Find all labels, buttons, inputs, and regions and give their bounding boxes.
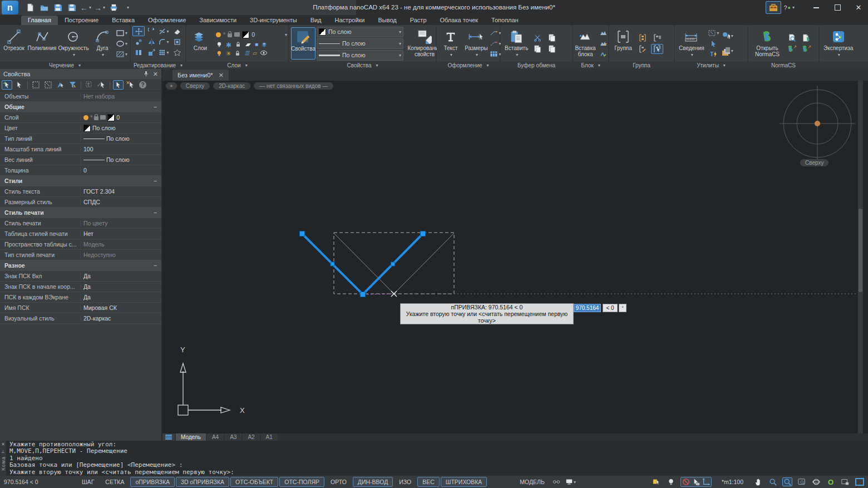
- layout-tab-A3[interactable]: A3: [225, 433, 241, 441]
- layer-freeze-button[interactable]: ✱: [226, 41, 231, 49]
- prop-Имя ПСК[interactable]: Имя ПСКМировая СК: [0, 303, 161, 313]
- stretch-button[interactable]: [132, 47, 145, 57]
- viewport-control-0[interactable]: +: [166, 82, 177, 90]
- layer-unlock-button[interactable]: [234, 50, 241, 58]
- table-button[interactable]: ▾: [490, 49, 502, 59]
- layer-isolate-button[interactable]: [260, 50, 267, 58]
- quick-select-prop-button[interactable]: [84, 80, 95, 90]
- prop-Размерный стиль[interactable]: Размерный стильСПДС: [0, 197, 161, 208]
- tab-Облака точек[interactable]: Облака точек: [433, 16, 485, 25]
- invert-selection-button[interactable]: [55, 80, 66, 90]
- vertical-scrollbar[interactable]: [858, 81, 863, 433]
- group-label-utilities[interactable]: Утилиты▾: [675, 62, 747, 69]
- toggle-3D оПРИВЯЗКА[interactable]: 3D оПРИВЯЗКА: [176, 477, 229, 487]
- prop-Стиль текста[interactable]: Стиль текстаГОСТ 2.304: [0, 186, 161, 197]
- copy-clip-button[interactable]: [531, 44, 544, 54]
- tab-Вид[interactable]: Вид: [304, 16, 328, 25]
- viewport-control-3[interactable]: — нет связанных видов —: [254, 82, 333, 90]
- section-Общие[interactable]: Общие−: [0, 102, 161, 112]
- layer-lock-button[interactable]: [235, 41, 241, 49]
- edit-block-button[interactable]: [597, 38, 609, 48]
- group-button[interactable]: Группа: [611, 27, 635, 60]
- group-label-annotate[interactable]: Оформление▾: [437, 62, 500, 69]
- prop-Слой[interactable]: Слой*0: [0, 112, 161, 123]
- toggle-ОРТО[interactable]: ОРТО: [326, 477, 352, 487]
- layers-button[interactable]: Слои: [188, 27, 213, 60]
- tab-Растр[interactable]: Растр: [403, 16, 433, 25]
- layer-match-button[interactable]: [262, 41, 268, 49]
- draw-order-button[interactable]: ▾: [721, 44, 733, 58]
- prop-Знак ПСК Вкл[interactable]: Знак ПСК ВклДа: [0, 271, 161, 282]
- select-crossing-button[interactable]: [43, 80, 53, 90]
- layer-plane-button[interactable]: [245, 41, 251, 49]
- prop-Объекты[interactable]: ОбъектыНет набора: [0, 91, 161, 102]
- toggle-ОТС-ОБЪЕКТ[interactable]: ОТС-ОБЪЕКТ: [230, 477, 278, 487]
- copy-with-link-button[interactable]: [546, 33, 558, 43]
- new-file-button[interactable]: [25, 3, 35, 13]
- offset-button[interactable]: [171, 37, 183, 47]
- prop-Вес линий[interactable]: Вес линийПо слою: [0, 155, 161, 165]
- normacs-link-button[interactable]: ↗: [800, 44, 812, 54]
- select-object-button[interactable]: [14, 80, 24, 90]
- select-group-button[interactable]: [651, 44, 663, 54]
- command-history[interactable]: Укажите противоположный угол:M,MOVE,П,ПЕ…: [6, 441, 868, 476]
- layer-select-dropdown[interactable]: * 0 ▾: [214, 29, 289, 40]
- prop-ПСК в каждом ВЭкране[interactable]: ПСК в каждом ВЭкранеДа: [0, 292, 161, 303]
- toggle-ИЗО[interactable]: ИЗО: [394, 477, 416, 487]
- multileader-button[interactable]: ▾: [490, 38, 502, 48]
- properties-panel-button[interactable]: Свойства: [291, 27, 315, 60]
- help-icon[interactable]: ?●▾: [783, 4, 795, 11]
- expertise-button[interactable]: Экспертиза▾: [821, 27, 855, 60]
- cut-button[interactable]: [531, 33, 544, 43]
- prop-Визуальный стиль[interactable]: Визуальный стиль2D-каркас: [0, 313, 161, 324]
- close-command-icon[interactable]: ✕: [1, 442, 5, 447]
- clear-selection-button[interactable]: ✕: [125, 80, 136, 90]
- tab-Построение[interactable]: Построение: [58, 16, 105, 25]
- tab-Главная[interactable]: Главная: [21, 16, 58, 25]
- line-button[interactable]: Отрезок: [2, 27, 26, 60]
- dimensions-button[interactable]: Размеры▾: [464, 27, 489, 60]
- group-label-draw[interactable]: Черчение▾: [0, 62, 130, 69]
- toggle-ШАГ[interactable]: ШАГ: [77, 477, 99, 487]
- ellipse-tool-button[interactable]: ▾: [116, 38, 128, 48]
- toolbox-icon[interactable]: [766, 1, 781, 14]
- viewport-control-1[interactable]: Сверху: [180, 82, 210, 90]
- select-similar-button[interactable]: ▾: [721, 29, 733, 43]
- normacs-check-button[interactable]: ↗: [786, 44, 798, 54]
- apply-selection-button[interactable]: ✓: [96, 80, 107, 90]
- layout-tab-A4[interactable]: A4: [207, 433, 224, 441]
- toggle-ШТРИХОВКА[interactable]: ШТРИХОВКА: [441, 477, 487, 487]
- select-window-button[interactable]: ▾: [708, 28, 720, 38]
- pan-icon[interactable]: [753, 477, 763, 486]
- normacs-search-button[interactable]: [786, 33, 798, 43]
- prop-Знак ПСК в начале коор...[interactable]: Знак ПСК в начале коор...Да: [0, 282, 161, 292]
- hatch-tool-button[interactable]: ▾: [116, 49, 128, 59]
- layer-current-button[interactable]: ■: [255, 41, 258, 49]
- prop-Стиль печати[interactable]: Стиль печатиПо цвету: [0, 218, 161, 229]
- prop-Масштаб типа линий[interactable]: Масштаб типа линий100: [0, 144, 161, 155]
- move-button[interactable]: [132, 26, 145, 36]
- edit-group-button[interactable]: [637, 44, 649, 54]
- group-label-layers[interactable]: Слои▾: [186, 62, 288, 69]
- select-window-rect-button[interactable]: [31, 80, 41, 90]
- annotation-scale[interactable]: *m1:100: [722, 479, 743, 485]
- toggle-СЕТКА[interactable]: СЕТКА: [100, 477, 129, 487]
- viewport-lock-icon[interactable]: [840, 477, 850, 486]
- dynamic-input-angle[interactable]: < 0: [603, 304, 618, 312]
- redo-button[interactable]: →▾: [95, 3, 105, 13]
- create-block-button[interactable]: [597, 28, 609, 38]
- color-dropdown[interactable]: По слою▾: [317, 27, 403, 37]
- viewport-control-2[interactable]: 2D-каркас: [213, 82, 250, 90]
- no-selection-icon[interactable]: [681, 477, 691, 486]
- app-logo-icon[interactable]: n: [2, 1, 18, 14]
- toggle-оПРИВЯЗКА[interactable]: оПРИВЯЗКА: [130, 477, 175, 487]
- compass-view-label[interactable]: Сверху: [800, 159, 828, 166]
- copy-base-point-button[interactable]: [546, 44, 558, 54]
- highlight-selection-button[interactable]: [113, 80, 124, 90]
- save-button[interactable]: [53, 3, 63, 13]
- close-panel-icon[interactable]: ✕: [153, 71, 158, 78]
- polyline-button[interactable]: Полилиния: [27, 27, 57, 60]
- rotate-button[interactable]: [145, 26, 157, 36]
- restore-button[interactable]: [828, 1, 847, 14]
- mirror-button[interactable]: [145, 37, 157, 47]
